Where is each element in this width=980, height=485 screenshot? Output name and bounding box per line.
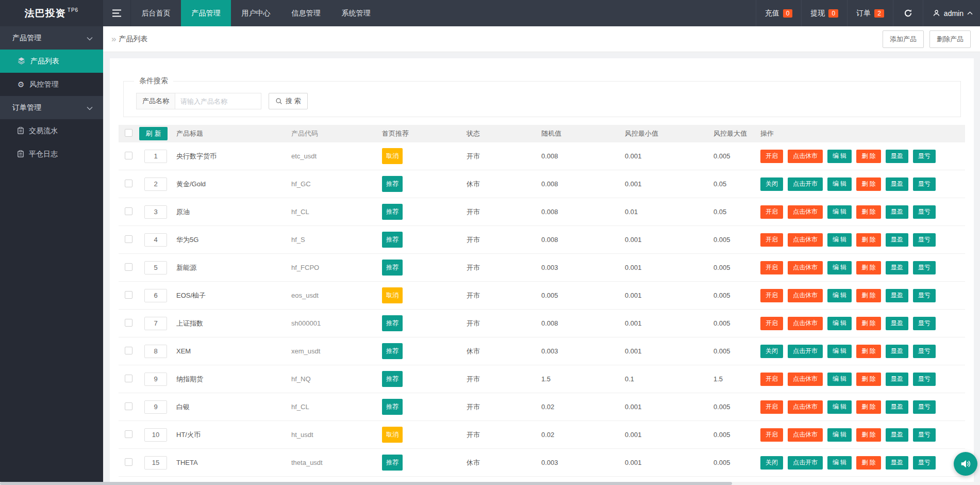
edit-button[interactable]: 编 辑 <box>827 345 852 358</box>
recommend-badge[interactable]: 取消 <box>382 427 403 443</box>
show-profit-button[interactable]: 显盈 <box>886 233 908 247</box>
select-all-checkbox[interactable] <box>125 129 132 137</box>
edit-button[interactable]: 编 辑 <box>827 150 852 163</box>
show-profit-button[interactable]: 显盈 <box>886 205 908 219</box>
add-product-button[interactable]: 添加产品 <box>883 30 924 48</box>
row-checkbox[interactable] <box>125 180 132 187</box>
show-loss-button[interactable]: 显亏 <box>913 345 936 358</box>
edit-button[interactable]: 编 辑 <box>827 233 852 247</box>
set-market-open-button[interactable]: 点击开市 <box>788 345 823 358</box>
top-nav-item[interactable]: 产品管理 <box>181 0 231 26</box>
delete-button[interactable]: 删 除 <box>856 150 881 163</box>
sidebar-item[interactable]: 交易流水 <box>0 119 103 142</box>
open-button[interactable]: 开启 <box>760 400 783 414</box>
show-loss-button[interactable]: 显亏 <box>913 261 936 274</box>
edit-button[interactable]: 编 辑 <box>827 205 852 219</box>
open-button[interactable]: 开启 <box>760 428 783 442</box>
sort-order-input[interactable] <box>144 345 167 358</box>
delete-button[interactable]: 删 除 <box>856 205 881 219</box>
edit-button[interactable]: 编 辑 <box>827 289 852 302</box>
show-profit-button[interactable]: 显盈 <box>886 289 908 302</box>
close-button[interactable]: 关闭 <box>760 456 783 470</box>
sort-order-input[interactable] <box>144 456 167 470</box>
sort-order-input[interactable] <box>144 205 167 219</box>
open-button[interactable]: 开启 <box>760 233 783 247</box>
recommend-badge[interactable]: 推荐 <box>382 399 403 415</box>
set-market-closed-button[interactable]: 点击休市 <box>788 150 823 163</box>
recommend-badge[interactable]: 推荐 <box>382 343 403 359</box>
sort-order-input[interactable] <box>144 373 167 386</box>
recommend-badge[interactable]: 推荐 <box>382 232 403 248</box>
show-loss-button[interactable]: 显亏 <box>913 373 936 386</box>
open-button[interactable]: 开启 <box>760 373 783 386</box>
show-profit-button[interactable]: 显盈 <box>886 317 908 330</box>
sidebar-group-header[interactable]: 产品管理 <box>0 26 103 50</box>
top-stat[interactable]: 订单2 <box>847 0 893 26</box>
open-button[interactable]: 开启 <box>760 150 783 163</box>
open-button[interactable]: 开启 <box>760 289 783 302</box>
brand-logo[interactable]: 法巴投资TP6 <box>0 0 103 26</box>
row-checkbox[interactable] <box>125 152 132 159</box>
show-profit-button[interactable]: 显盈 <box>886 150 908 163</box>
sort-order-input[interactable] <box>144 428 167 442</box>
product-name-input[interactable] <box>175 93 261 109</box>
sidebar-group-header[interactable]: 订单管理 <box>0 96 103 119</box>
menu-toggle-icon[interactable] <box>103 0 131 26</box>
row-checkbox[interactable] <box>125 375 132 382</box>
sidebar-item[interactable]: 产品列表 <box>0 50 103 73</box>
recommend-badge[interactable]: 推荐 <box>382 204 403 220</box>
edit-button[interactable]: 编 辑 <box>827 373 852 386</box>
show-loss-button[interactable]: 显亏 <box>913 205 936 219</box>
top-nav-item[interactable]: 系统管理 <box>331 0 381 26</box>
top-nav-item[interactable]: 信息管理 <box>281 0 331 26</box>
edit-button[interactable]: 编 辑 <box>827 261 852 274</box>
open-button[interactable]: 开启 <box>760 205 783 219</box>
show-loss-button[interactable]: 显亏 <box>913 428 936 442</box>
refresh-button[interactable] <box>893 0 923 26</box>
sort-order-input[interactable] <box>144 317 167 330</box>
set-market-open-button[interactable]: 点击开市 <box>788 177 823 191</box>
row-checkbox[interactable] <box>125 319 132 327</box>
row-checkbox[interactable] <box>125 235 132 243</box>
recommend-badge[interactable]: 取消 <box>382 287 403 303</box>
recommend-badge[interactable]: 推荐 <box>382 260 403 276</box>
edit-button[interactable]: 编 辑 <box>827 456 852 470</box>
close-button[interactable]: 关闭 <box>760 345 783 358</box>
refresh-table-button[interactable]: 刷新 <box>139 127 168 140</box>
show-profit-button[interactable]: 显盈 <box>886 177 908 191</box>
user-menu[interactable]: admin <box>923 0 980 26</box>
show-loss-button[interactable]: 显亏 <box>913 233 936 247</box>
show-profit-button[interactable]: 显盈 <box>886 373 908 386</box>
set-market-closed-button[interactable]: 点击休市 <box>788 373 823 386</box>
set-market-closed-button[interactable]: 点击休市 <box>788 428 823 442</box>
delete-button[interactable]: 删 除 <box>856 428 881 442</box>
set-market-open-button[interactable]: 点击开市 <box>788 456 823 470</box>
edit-button[interactable]: 编 辑 <box>827 400 852 414</box>
show-profit-button[interactable]: 显盈 <box>886 428 908 442</box>
delete-button[interactable]: 删 除 <box>856 345 881 358</box>
show-loss-button[interactable]: 显亏 <box>913 177 936 191</box>
sort-order-input[interactable] <box>144 400 167 414</box>
sort-order-input[interactable] <box>144 233 167 247</box>
show-loss-button[interactable]: 显亏 <box>913 150 936 163</box>
row-checkbox[interactable] <box>125 430 132 438</box>
row-checkbox[interactable] <box>125 458 132 466</box>
set-market-closed-button[interactable]: 点击休市 <box>788 317 823 330</box>
show-profit-button[interactable]: 显盈 <box>886 345 908 358</box>
open-button[interactable]: 开启 <box>760 261 783 274</box>
show-profit-button[interactable]: 显盈 <box>886 261 908 274</box>
delete-button[interactable]: 删 除 <box>856 233 881 247</box>
show-profit-button[interactable]: 显盈 <box>886 456 908 470</box>
sort-order-input[interactable] <box>144 177 167 191</box>
edit-button[interactable]: 编 辑 <box>827 428 852 442</box>
delete-button[interactable]: 删 除 <box>856 261 881 274</box>
horizontal-scrollbar[interactable] <box>0 482 980 485</box>
recommend-badge[interactable]: 取消 <box>382 148 403 164</box>
set-market-closed-button[interactable]: 点击休市 <box>788 205 823 219</box>
show-loss-button[interactable]: 显亏 <box>913 289 936 302</box>
delete-button[interactable]: 删 除 <box>856 317 881 330</box>
set-market-closed-button[interactable]: 点击休市 <box>788 233 823 247</box>
open-button[interactable]: 开启 <box>760 317 783 330</box>
set-market-closed-button[interactable]: 点击休市 <box>788 261 823 274</box>
edit-button[interactable]: 编 辑 <box>827 317 852 330</box>
